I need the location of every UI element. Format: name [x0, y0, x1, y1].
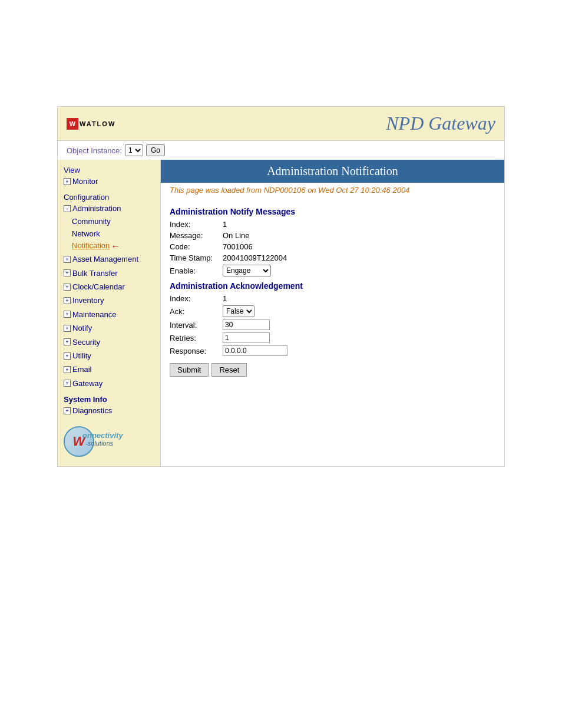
submit-button[interactable]: Submit — [170, 363, 209, 377]
sidebar-utility-label: Utility — [72, 349, 91, 363]
sidebar-item-bulk-transfer[interactable]: + Bulk Transfer — [64, 266, 154, 280]
sidebar-admin-sub: Community Network Notification ← — [64, 216, 154, 252]
sidebar-item-utility[interactable]: + Utility — [64, 349, 154, 363]
bulk-expand-icon: + — [64, 269, 71, 276]
watlow-w-icon: W — [70, 120, 75, 127]
reset-button[interactable]: Reset — [211, 363, 247, 377]
sidebar-bottom-logo: W onnectivity -solutions — [64, 426, 154, 460]
sidebar-item-inventory[interactable]: + Inventory — [64, 294, 154, 307]
ack-response-label: Response: — [170, 347, 223, 355]
notify-index-row: Index: 1 — [170, 220, 495, 229]
sidebar-maintenance-label: Maintenance — [72, 308, 116, 321]
sidebar-system-info-label: System Info — [64, 395, 107, 404]
ack-interval-label: Interval: — [170, 321, 223, 330]
utility-expand-icon: + — [64, 353, 71, 360]
sidebar-config-section: Configuration - Administration Community… — [64, 193, 154, 390]
solutions-label: -solutions — [85, 440, 123, 447]
page-title: NPD Gateway — [386, 113, 495, 134]
sidebar-view-label: View — [64, 166, 80, 174]
notify-timestamp-value: 20041009T122004 — [223, 253, 287, 262]
instance-label: Object Instance: — [67, 146, 122, 155]
header: W WATLOW NPD Gateway — [57, 106, 505, 141]
sidebar-view-section: View + Monitor — [64, 166, 154, 188]
main-content: Administration Notification This page wa… — [161, 160, 504, 466]
sidebar-item-notify[interactable]: + Notify — [64, 321, 154, 335]
ack-retries-row: Retries: — [170, 332, 495, 343]
notify-index-value: 1 — [223, 220, 227, 229]
sidebar-item-security[interactable]: + Security — [64, 335, 154, 349]
notify-timestamp-row: Time Stamp: 20041009T122004 — [170, 253, 495, 262]
notify-message-label: Message: — [170, 231, 223, 240]
sidebar-admin-label: Administration — [72, 202, 121, 215]
ack-ack-label: Ack: — [170, 307, 223, 316]
notify-code-label: Code: — [170, 242, 223, 251]
email-expand-icon: + — [64, 366, 71, 373]
sidebar-item-email[interactable]: + Email — [64, 363, 154, 376]
button-row: Submit Reset — [170, 363, 495, 377]
sidebar-gateway-label: Gateway — [72, 377, 103, 390]
instance-bar: Object Instance: 1 Go — [57, 141, 505, 160]
sidebar-item-gateway[interactable]: + Gateway — [64, 377, 154, 390]
ack-select[interactable]: False True — [223, 305, 254, 317]
ack-index-value: 1 — [223, 294, 227, 303]
sidebar-item-asset-management[interactable]: + Asset Management — [64, 252, 154, 266]
notify-message-row: Message: On Line — [170, 231, 495, 240]
admin-notification-title: Administration Notification — [170, 164, 495, 178]
sidebar-community-link[interactable]: Community — [72, 216, 154, 228]
acknowledgement-title: Administration Acknowledgement — [170, 281, 495, 291]
sidebar-monitor-label: Monitor — [72, 174, 98, 188]
sidebar-system-section: System Info + Diagnostics — [64, 395, 154, 417]
content-area: View + Monitor Configuration - Administr… — [57, 160, 505, 467]
go-button[interactable]: Go — [146, 144, 165, 156]
sidebar-bulk-label: Bulk Transfer — [72, 266, 118, 280]
notify-code-row: Code: 7001006 — [170, 242, 495, 251]
clock-expand-icon: + — [64, 284, 71, 291]
connectivity-logo-text: onnectivity -solutions — [82, 431, 123, 447]
sidebar-item-monitor[interactable]: + Monitor — [64, 174, 154, 188]
notify-code-value: 7001006 — [223, 242, 253, 251]
sidebar: View + Monitor Configuration - Administr… — [58, 160, 161, 466]
ack-interval-input[interactable] — [223, 319, 270, 330]
form-area: Administration Notify Messages Index: 1 … — [161, 199, 504, 386]
notify-enable-row: Enable: Engage Disengage — [170, 265, 495, 276]
notify-message-value: On Line — [223, 231, 250, 240]
watlow-logo: W WATLOW — [67, 118, 115, 130]
ack-response-row: Response: — [170, 345, 495, 356]
ack-index-label: Index: — [170, 294, 223, 303]
gateway-expand-icon: + — [64, 380, 71, 387]
sidebar-security-label: Security — [72, 335, 100, 349]
logo-area: W WATLOW — [67, 118, 115, 130]
monitor-expand-icon: + — [64, 178, 71, 185]
sidebar-notification-link[interactable]: Notification — [72, 240, 110, 252]
security-expand-icon: + — [64, 338, 71, 345]
sidebar-email-label: Email — [72, 363, 92, 376]
ack-retries-label: Retries: — [170, 334, 223, 342]
sidebar-item-clock-calendar[interactable]: + Clock/Calendar — [64, 280, 154, 294]
ack-retries-input[interactable] — [223, 332, 270, 343]
page-header-bar: Administration Notification — [161, 160, 504, 183]
admin-expand-icon: - — [64, 205, 71, 212]
notify-enable-select[interactable]: Engage Disengage — [223, 265, 271, 276]
sidebar-network-link[interactable]: Network — [72, 228, 154, 241]
sidebar-item-diagnostics[interactable]: + Diagnostics — [64, 404, 154, 417]
connectivity-label: onnectivity — [82, 431, 123, 440]
notify-timestamp-label: Time Stamp: — [170, 253, 223, 262]
sidebar-clock-label: Clock/Calendar — [72, 280, 125, 294]
notify-expand-icon: + — [64, 325, 71, 332]
watlow-text: WATLOW — [80, 120, 115, 127]
diagnostics-expand-icon: + — [64, 407, 71, 414]
sidebar-asset-label: Asset Management — [72, 252, 138, 266]
sidebar-inventory-label: Inventory — [72, 294, 104, 307]
sidebar-item-administration[interactable]: - Administration — [64, 202, 154, 215]
asset-expand-icon: + — [64, 256, 71, 263]
notify-enable-label: Enable: — [170, 266, 223, 275]
ack-response-input[interactable] — [223, 345, 287, 356]
instance-select[interactable]: 1 — [125, 144, 143, 156]
sidebar-diagnostics-label: Diagnostics — [72, 404, 112, 417]
maintenance-expand-icon: + — [64, 311, 71, 318]
ack-index-row: Index: 1 — [170, 294, 495, 303]
ack-ack-row: Ack: False True — [170, 305, 495, 317]
current-page-arrow-icon: ← — [111, 241, 120, 252]
sidebar-config-label: Configuration — [64, 193, 109, 202]
sidebar-item-maintenance[interactable]: + Maintenance — [64, 308, 154, 321]
